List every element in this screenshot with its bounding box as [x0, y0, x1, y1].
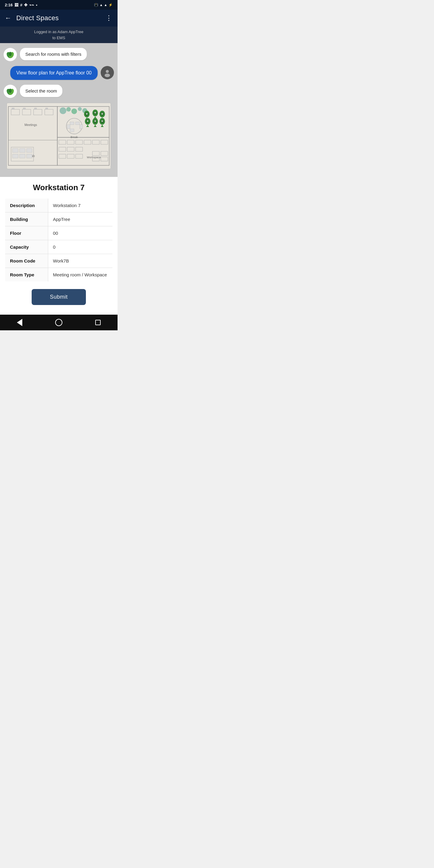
square-nav-icon — [95, 320, 101, 325]
detail-value: AppTree — [48, 213, 113, 226]
svg-point-5 — [106, 70, 109, 73]
svg-rect-41 — [20, 149, 25, 153]
svg-rect-45 — [27, 154, 32, 158]
svg-rect-43 — [13, 154, 19, 158]
home-nav-button[interactable] — [50, 317, 68, 328]
detail-value: 00 — [48, 226, 113, 240]
svg-rect-20 — [12, 108, 14, 110]
detail-label: Capacity — [5, 240, 48, 254]
svg-point-10 — [9, 89, 12, 93]
battery-icon: ⚡ — [108, 3, 113, 7]
table-row: Room Code Work7B — [5, 254, 113, 268]
user-avatar — [101, 66, 114, 79]
select-bubble: Select the room — [20, 85, 62, 97]
accessibility-icon: ✤ — [24, 3, 27, 7]
detail-table: Description Workstation 7 Building AppTr… — [5, 198, 113, 282]
home-nav-icon — [55, 319, 62, 326]
svg-rect-30 — [70, 122, 74, 125]
svg-text:+: + — [94, 110, 96, 115]
bottom-nav — [0, 315, 118, 330]
square-nav-button[interactable] — [89, 317, 107, 328]
floor-plan[interactable]: Meetings Break Lab Workspace — [7, 103, 111, 169]
svg-rect-21 — [23, 108, 25, 110]
image-icon: 🖼 — [14, 3, 19, 7]
bot-avatar-select — [4, 85, 17, 98]
time: 2:16 — [5, 3, 13, 7]
svg-rect-44 — [20, 154, 25, 158]
table-row: Floor 00 — [5, 226, 113, 240]
chat-row-select: Select the room — [4, 85, 114, 98]
detail-label: Description — [5, 198, 48, 213]
svg-text:Meetings: Meetings — [24, 123, 37, 127]
table-row: Description Workstation 7 — [5, 198, 113, 213]
vibrate-icon: 📳 — [94, 3, 98, 7]
svg-point-6 — [104, 73, 110, 77]
detail-value: Work7B — [48, 254, 113, 268]
svg-rect-23 — [45, 108, 48, 110]
table-row: Capacity 0 — [5, 240, 113, 254]
detail-label: Room Type — [5, 268, 48, 282]
table-row: Room Type Meeting room / Workspace — [5, 268, 113, 282]
detail-value: Meeting room / Workspace — [48, 268, 113, 282]
svg-point-26 — [71, 108, 77, 114]
detail-label: Room Code — [5, 254, 48, 268]
dot-icon: • — [36, 3, 37, 7]
svg-text:+: + — [94, 119, 96, 123]
back-nav-icon — [17, 319, 22, 326]
submit-button[interactable]: Submit — [32, 289, 86, 305]
svg-point-24 — [60, 107, 66, 114]
top-bar: ← Direct Spaces ⋮ — [0, 10, 118, 27]
svg-text:+: + — [101, 119, 103, 123]
svg-point-27 — [78, 107, 82, 111]
svg-text:+: + — [101, 112, 103, 116]
detail-value: 0 — [48, 240, 113, 254]
floorplan-bubble[interactable]: View floor plan for AppTree floor 00 — [10, 66, 98, 80]
chat-row-search: Search for rooms with filters — [4, 48, 114, 61]
more-button[interactable]: ⋮ — [105, 14, 113, 22]
detail-label: Building — [5, 213, 48, 226]
bot-avatar-search — [4, 48, 17, 61]
detail-section: Workstation 7 Description Workstation 7 … — [0, 177, 118, 315]
back-button[interactable]: ← — [5, 14, 11, 22]
svg-text:+: + — [87, 119, 89, 123]
detail-value: Workstation 7 — [48, 198, 113, 213]
svg-rect-33 — [70, 129, 74, 132]
detail-label: Floor — [5, 226, 48, 240]
status-left: 2:16 🖼 # ✤ ⌁⌁ • — [5, 3, 37, 7]
search-bubble: Search for rooms with filters — [20, 48, 87, 60]
svg-rect-40 — [13, 149, 19, 153]
svg-rect-34 — [67, 125, 70, 129]
page-title: Direct Spaces — [16, 14, 105, 22]
chat-row-floorplan: View floor plan for AppTree floor 00 — [4, 66, 114, 80]
table-row: Building AppTree — [5, 213, 113, 226]
login-text-line1: Logged in as Adam AppTree — [34, 30, 84, 34]
svg-rect-31 — [76, 122, 80, 125]
status-bar: 2:16 🖼 # ✤ ⌁⌁ • 📳 ▲ ▲ ⚡ — [0, 0, 118, 10]
status-right: 📳 ▲ ▲ ⚡ — [94, 3, 113, 7]
login-text-line2: to EMS — [53, 36, 65, 40]
svg-text:+: + — [86, 112, 88, 116]
slack-icon: # — [20, 3, 22, 7]
voicemail-icon: ⌁⌁ — [29, 3, 34, 7]
back-nav-button[interactable] — [10, 317, 29, 328]
svg-point-3 — [9, 52, 12, 56]
signal-icon: ▲ — [104, 3, 107, 7]
svg-rect-42 — [27, 149, 32, 153]
svg-point-25 — [66, 107, 71, 112]
svg-text:Workspace: Workspace — [87, 156, 101, 159]
svg-rect-22 — [34, 108, 36, 110]
chat-area: Search for rooms with filters View floor… — [0, 43, 118, 177]
svg-text:Break: Break — [70, 135, 78, 138]
wifi-icon: ▲ — [99, 3, 103, 7]
svg-rect-32 — [80, 125, 83, 129]
login-bar: Logged in as Adam AppTree to EMS — [0, 27, 118, 43]
room-title: Workstation 7 — [5, 183, 113, 192]
